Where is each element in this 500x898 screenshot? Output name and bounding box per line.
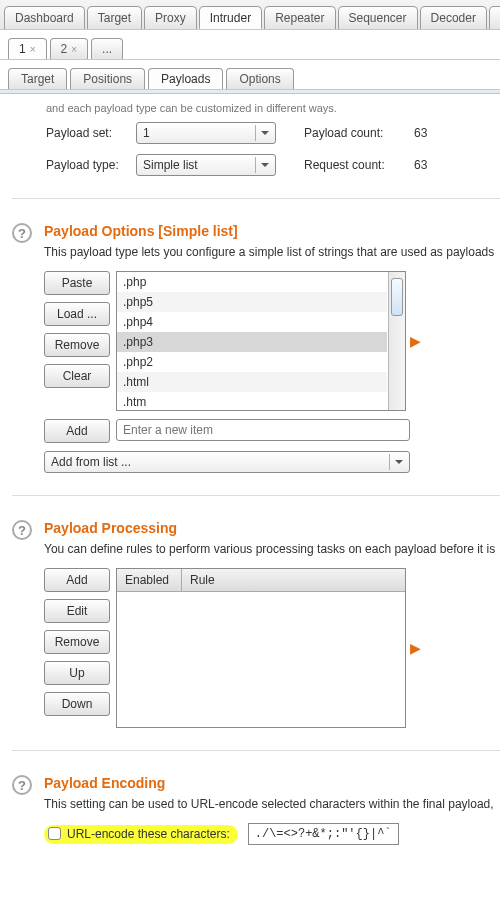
url-encode-checkbox[interactable] <box>48 827 61 840</box>
payload-set-label: Payload set: <box>46 126 136 140</box>
tab-comparer[interactable]: Comparer <box>489 6 500 29</box>
col-enabled[interactable]: Enabled <box>117 569 182 591</box>
payload-options-title: Payload Options [Simple list] <box>44 223 500 239</box>
tab-repeater[interactable]: Repeater <box>264 6 335 29</box>
help-icon[interactable]: ? <box>12 223 32 243</box>
url-encode-chars-input[interactable]: ./\=<>?+&*;:"'{}|^` <box>248 823 399 845</box>
col-rule[interactable]: Rule <box>182 569 405 591</box>
highlighted-region: URL-encode these characters: <box>44 825 238 844</box>
request-count-value: 63 <box>414 158 427 172</box>
payload-processing-desc: You can define rules to perform various … <box>44 542 500 556</box>
new-item-input[interactable] <box>116 419 410 441</box>
session-tab-label: ... <box>102 42 112 56</box>
close-icon[interactable]: × <box>30 44 36 55</box>
payload-count-value: 63 <box>414 126 427 140</box>
main-tab-bar: Dashboard Target Proxy Intruder Repeater… <box>0 0 500 30</box>
list-item[interactable]: .htm <box>117 392 387 410</box>
caret-right-icon[interactable]: ▶ <box>410 333 421 349</box>
edit-rule-button[interactable]: Edit <box>44 599 110 623</box>
payload-encoding-desc: This setting can be used to URL-encode s… <box>44 797 500 811</box>
list-item[interactable]: .php2 <box>117 352 387 372</box>
request-count-label: Request count: <box>304 158 414 172</box>
tab-target[interactable]: Target <box>87 6 142 29</box>
payload-type-select[interactable]: Simple list <box>136 154 276 176</box>
load-button[interactable]: Load ... <box>44 302 110 326</box>
down-button[interactable]: Down <box>44 692 110 716</box>
url-encode-label: URL-encode these characters: <box>67 827 230 841</box>
session-tab-label: 2 <box>61 42 68 56</box>
chevron-down-icon <box>255 157 273 173</box>
caret-right-icon[interactable]: ▶ <box>410 640 421 656</box>
intruder-tab-target[interactable]: Target <box>8 68 67 89</box>
session-tab-2[interactable]: 2 × <box>50 38 89 59</box>
close-icon[interactable]: × <box>71 44 77 55</box>
tab-intruder[interactable]: Intruder <box>199 6 262 29</box>
divider <box>12 750 500 751</box>
add-from-list-value: Add from list ... <box>51 455 131 469</box>
session-tab-more[interactable]: ... <box>91 38 123 59</box>
intruder-tab-bar: Target Positions Payloads Options <box>0 60 500 90</box>
tab-decoder[interactable]: Decoder <box>420 6 487 29</box>
list-item[interactable]: .php3 <box>117 332 387 352</box>
intruder-tab-options[interactable]: Options <box>226 68 293 89</box>
session-tab-bar: 1 × 2 × ... <box>0 30 500 60</box>
payload-set-select[interactable]: 1 <box>136 122 276 144</box>
list-item[interactable]: .php4 <box>117 312 387 332</box>
payload-count-label: Payload count: <box>304 126 414 140</box>
divider <box>12 495 500 496</box>
divider <box>12 198 500 199</box>
add-rule-button[interactable]: Add <box>44 568 110 592</box>
payload-type-label: Payload type: <box>46 158 136 172</box>
chevron-down-icon <box>255 125 273 141</box>
payload-set-value: 1 <box>143 126 150 140</box>
remove-rule-button[interactable]: Remove <box>44 630 110 654</box>
help-icon[interactable]: ? <box>12 520 32 540</box>
list-item[interactable]: .html <box>117 372 387 392</box>
intruder-tab-positions[interactable]: Positions <box>70 68 145 89</box>
tab-sequencer[interactable]: Sequencer <box>338 6 418 29</box>
session-tab-label: 1 <box>19 42 26 56</box>
rules-table[interactable]: Enabled Rule <box>116 568 406 728</box>
up-button[interactable]: Up <box>44 661 110 685</box>
payload-type-value: Simple list <box>143 158 198 172</box>
chevron-down-icon <box>389 454 407 470</box>
tab-dashboard[interactable]: Dashboard <box>4 6 85 29</box>
paste-button[interactable]: Paste <box>44 271 110 295</box>
remove-button[interactable]: Remove <box>44 333 110 357</box>
trunc-text: and each payload type can be customized … <box>46 102 500 114</box>
scrollbar[interactable] <box>388 272 405 410</box>
payload-processing-title: Payload Processing <box>44 520 500 536</box>
tab-proxy[interactable]: Proxy <box>144 6 197 29</box>
scroll-thumb[interactable] <box>391 278 403 316</box>
help-icon[interactable]: ? <box>12 775 32 795</box>
list-item[interactable]: .php5 <box>117 292 387 312</box>
clear-button[interactable]: Clear <box>44 364 110 388</box>
intruder-tab-payloads[interactable]: Payloads <box>148 68 223 89</box>
payload-listbox[interactable]: .php .php5 .php4 .php3 .php2 .html .htm <box>116 271 406 411</box>
payload-encoding-title: Payload Encoding <box>44 775 500 791</box>
payload-options-desc: This payload type lets you configure a s… <box>44 245 500 259</box>
add-button[interactable]: Add <box>44 419 110 443</box>
session-tab-1[interactable]: 1 × <box>8 38 47 59</box>
list-item[interactable]: .php <box>117 272 387 292</box>
add-from-list-select[interactable]: Add from list ... <box>44 451 410 473</box>
